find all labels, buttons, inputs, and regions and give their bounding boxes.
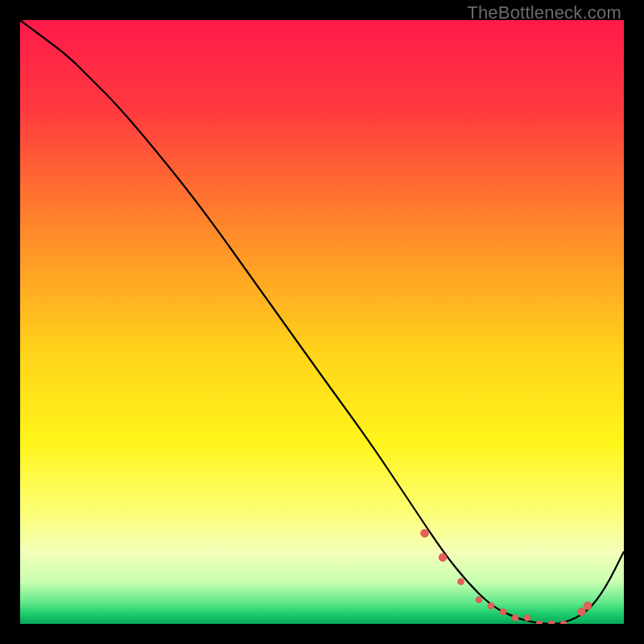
highlight-marker <box>536 621 543 624</box>
highlight-marker <box>488 603 494 609</box>
highlight-marker <box>476 597 482 603</box>
highlight-markers <box>421 530 592 625</box>
highlight-marker <box>584 602 592 610</box>
highlight-marker <box>421 530 429 538</box>
watermark-text: TheBottleneck.com <box>467 2 621 23</box>
highlight-marker <box>524 615 530 621</box>
chart-svg <box>20 20 624 624</box>
highlight-marker <box>500 609 506 615</box>
highlight-marker <box>512 615 518 621</box>
chart-frame <box>20 20 624 624</box>
highlight-marker <box>439 554 447 562</box>
highlight-marker <box>548 621 555 624</box>
highlight-marker <box>578 608 586 616</box>
highlight-marker <box>458 579 464 585</box>
bottleneck-curve <box>20 20 624 624</box>
